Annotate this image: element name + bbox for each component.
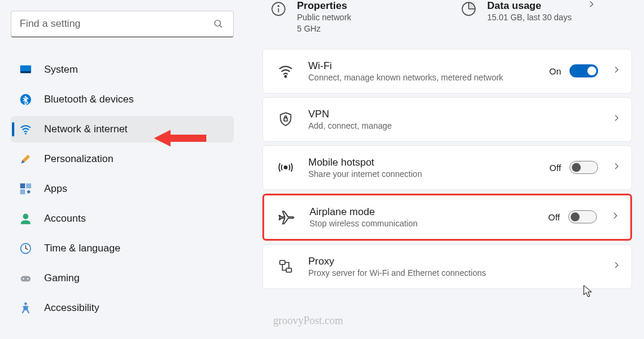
wifi-icon <box>277 63 294 79</box>
proxy-card[interactable]: Proxy Proxy server for Wi-Fi and Etherne… <box>262 244 632 289</box>
sidebar-item-label: Network & internet <box>44 123 128 135</box>
svg-point-14 <box>23 278 24 279</box>
vpn-card[interactable]: VPN Add, connect, manage <box>262 97 632 142</box>
sidebar-item-label: Apps <box>44 183 67 195</box>
search-input[interactable] <box>20 18 212 30</box>
chevron-right-icon <box>583 0 596 8</box>
svg-point-19 <box>278 5 279 7</box>
sidebar-item-label: Time & language <box>44 242 120 254</box>
system-icon <box>19 63 32 76</box>
card-sub: Proxy server for Wi-Fi and Ethernet conn… <box>308 268 598 278</box>
airplane-toggle[interactable] <box>568 210 597 223</box>
card-sub: Stop wireless communication <box>309 219 534 228</box>
svg-point-10 <box>23 214 28 219</box>
card-title: VPN <box>308 108 598 120</box>
card-title: Wi-Fi <box>308 60 535 72</box>
svg-point-5 <box>25 133 27 135</box>
svg-rect-6 <box>20 184 25 188</box>
sidebar-item-label: System <box>44 64 78 76</box>
proxy-icon <box>277 258 294 275</box>
properties-sub1: Public network <box>297 12 351 23</box>
sidebar: System Bluetooth & devices Network & int… <box>0 0 244 339</box>
svg-rect-3 <box>21 71 31 73</box>
card-sub: Connect, manage known networks, metered … <box>308 73 535 82</box>
svg-point-25 <box>284 166 287 169</box>
sidebar-item-label: Personalization <box>44 153 113 165</box>
data-usage-card[interactable]: Data usage 15.01 GB, last 30 days <box>453 0 632 35</box>
sidebar-item-label: Bluetooth & devices <box>44 94 134 105</box>
properties-sub2: 5 GHz <box>297 23 351 35</box>
search-input-wrapper[interactable] <box>11 11 234 38</box>
sidebar-item-label: Accessibility <box>44 302 100 314</box>
svg-point-16 <box>24 302 27 305</box>
airplane-icon <box>278 209 295 225</box>
sidebar-item-accounts[interactable]: Accounts <box>11 206 234 232</box>
nav-list: System Bluetooth & devices Network & int… <box>11 57 234 321</box>
chevron-right-icon <box>612 261 621 272</box>
properties-title: Properties <box>297 0 351 12</box>
sidebar-item-personalization[interactable]: Personalization <box>11 146 234 172</box>
sidebar-item-time[interactable]: Time & language <box>11 235 234 262</box>
settings-cards: Wi-Fi Connect, manage known networks, me… <box>262 49 632 289</box>
toggle-state-label: On <box>549 66 561 76</box>
sidebar-item-bluetooth[interactable]: Bluetooth & devices <box>11 86 234 113</box>
data-usage-sub: 15.01 GB, last 30 days <box>487 12 572 23</box>
hotspot-toggle[interactable] <box>569 161 598 174</box>
hotspot-icon <box>277 159 294 176</box>
apps-icon <box>19 182 32 195</box>
brush-icon <box>19 153 32 166</box>
chevron-right-icon <box>612 162 621 173</box>
toggle-state-label: Off <box>549 163 561 173</box>
main-panel: Properties Public network 5 GHz Data usa… <box>244 0 644 339</box>
svg-rect-24 <box>284 118 287 121</box>
sidebar-item-label: Gaming <box>44 272 80 284</box>
accounts-icon <box>19 212 32 225</box>
properties-card[interactable]: Properties Public network 5 GHz <box>262 0 442 35</box>
svg-rect-7 <box>26 184 31 188</box>
svg-rect-8 <box>20 189 25 194</box>
svg-rect-13 <box>21 276 31 281</box>
card-sub: Share your internet connection <box>308 169 535 179</box>
chevron-right-icon <box>612 114 621 125</box>
sidebar-item-label: Accounts <box>44 213 86 225</box>
svg-point-15 <box>27 278 28 279</box>
svg-point-0 <box>215 20 221 26</box>
svg-rect-26 <box>280 261 285 265</box>
sidebar-item-system[interactable]: System <box>11 57 234 83</box>
data-usage-title: Data usage <box>487 0 572 12</box>
chevron-right-icon <box>611 212 620 222</box>
airplane-card[interactable]: Airplane mode Stop wireless communicatio… <box>262 194 632 241</box>
svg-line-1 <box>219 25 222 27</box>
info-icon <box>271 1 286 17</box>
shield-lock-icon <box>277 111 294 127</box>
clock-icon <box>19 242 32 255</box>
hotspot-card[interactable]: Mobile hotspot Share your internet conne… <box>262 145 632 190</box>
svg-rect-9 <box>27 190 30 194</box>
svg-rect-27 <box>286 269 292 273</box>
data-usage-icon <box>461 1 476 17</box>
svg-point-23 <box>285 76 287 77</box>
card-title: Mobile hotspot <box>308 157 535 169</box>
bluetooth-icon <box>19 93 32 106</box>
wifi-toggle[interactable] <box>569 64 598 77</box>
wifi-card[interactable]: Wi-Fi Connect, manage known networks, me… <box>262 49 632 94</box>
chevron-right-icon <box>612 66 621 76</box>
search-icon <box>212 17 225 30</box>
sidebar-item-apps[interactable]: Apps <box>11 176 234 202</box>
card-sub: Add, connect, manage <box>308 121 598 130</box>
toggle-state-label: Off <box>548 212 560 222</box>
sidebar-item-network[interactable]: Network & internet <box>11 116 234 142</box>
sidebar-item-accessibility[interactable]: Accessibility <box>11 295 234 321</box>
card-title: Airplane mode <box>309 206 534 218</box>
accessibility-icon <box>19 301 32 315</box>
top-row: Properties Public network 5 GHz Data usa… <box>262 0 632 35</box>
sidebar-item-gaming[interactable]: Gaming <box>11 265 234 291</box>
wifi-icon <box>19 123 32 136</box>
gamepad-icon <box>19 272 32 285</box>
card-title: Proxy <box>308 256 598 268</box>
